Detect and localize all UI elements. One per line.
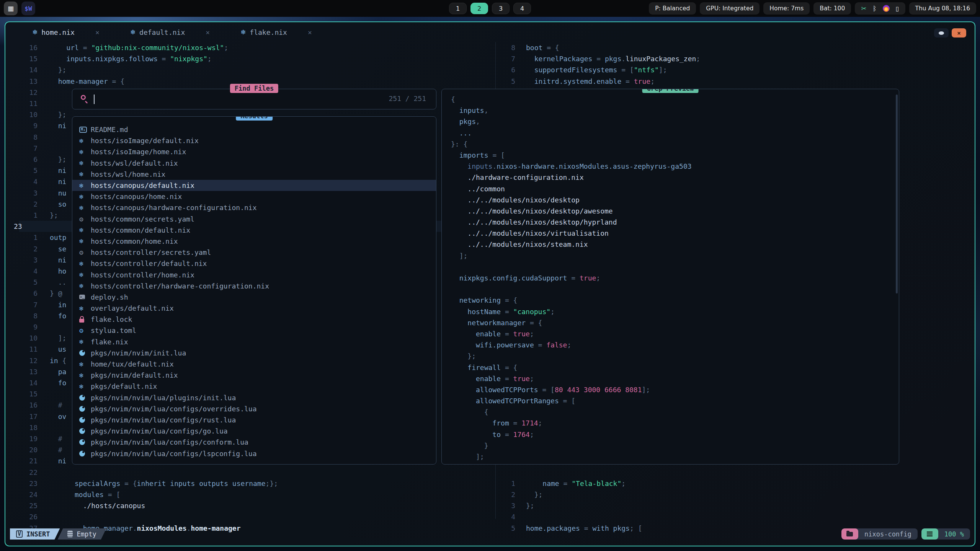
code-line[interactable]: inputs.nixpkgs.follows = "nixpkgs"; (50, 53, 212, 64)
code-line[interactable]: ]; (50, 333, 66, 344)
workspace-3-button[interactable]: 3 (492, 3, 510, 14)
result-item[interactable]: M↓README.md (72, 124, 436, 135)
toggle-visibility-button[interactable] (934, 28, 949, 37)
tab-close-icon[interactable]: × (308, 28, 312, 36)
code-line[interactable]: nu (50, 187, 66, 199)
code-line[interactable]: pa (50, 366, 66, 377)
code-line[interactable]: so (50, 199, 66, 210)
result-item[interactable]: ❄overlays/default.nix (72, 303, 436, 314)
result-item[interactable]: pkgs/nvim/nvim/lua/configs/conform.lua (72, 437, 436, 448)
code-line[interactable]: home-manager = { (50, 76, 124, 87)
code-line[interactable]: se (50, 243, 66, 254)
clock-pill[interactable]: Thu Aug 08, 18:16 (909, 2, 976, 15)
code-line[interactable]: .. (50, 277, 66, 288)
code-line[interactable]: outp (50, 232, 66, 243)
tab-home-nix[interactable]: ❄ home.nix × (32, 28, 100, 36)
result-item[interactable]: ❄hosts/canopus/hardware-configuration.ni… (72, 202, 436, 213)
code-line[interactable]: boot = { (526, 42, 559, 53)
nix-file-icon: ❄ (79, 159, 91, 167)
result-item[interactable]: ❄hosts/common/home.nix (72, 236, 436, 247)
result-item[interactable]: ⚙hosts/common/secrets.yaml (72, 214, 436, 225)
phone-icon[interactable]: ▯ (896, 5, 899, 12)
ping-pill[interactable]: Home: 7ms (763, 2, 810, 15)
result-item[interactable]: ❄hosts/wsl/home.nix (72, 169, 436, 180)
preview-scrollbar[interactable] (896, 95, 898, 293)
code-line[interactable]: }; (50, 109, 66, 120)
lines-icon (927, 531, 933, 536)
result-item[interactable]: ⚙stylua.toml (72, 325, 436, 336)
code-line[interactable]: fo (50, 377, 66, 388)
code-line[interactable]: ni (50, 176, 66, 187)
gpu-mode-pill[interactable]: GPU: Integrated (700, 2, 760, 15)
result-item[interactable]: ❄hosts/canopus/default.nix (72, 180, 436, 191)
code-line[interactable]: ni (50, 254, 66, 266)
vpn-flame-icon[interactable] (883, 5, 890, 12)
result-item[interactable]: pkgs/nvim/nvim/lua/configs/rust.lua (72, 414, 436, 425)
workspace-2-button[interactable]: 2 (470, 3, 488, 14)
result-item[interactable]: ❄hosts/isoImage/home.nix (72, 146, 436, 157)
result-item[interactable]: ❄flake.nix (72, 336, 436, 347)
logo-button[interactable]: $W (21, 2, 35, 15)
power-profile-pill[interactable]: P: Balanced (649, 2, 696, 15)
code-line[interactable]: in { (50, 355, 66, 366)
code-line[interactable]: }; (526, 489, 542, 500)
result-item[interactable]: ❄hosts/isoImage/default.nix (72, 135, 436, 146)
tab-close-icon[interactable]: × (206, 28, 210, 36)
code-line[interactable]: modules = [ (50, 489, 120, 500)
result-item[interactable]: pkgs/nvim/nvim/lua/configs/go.lua (72, 425, 436, 437)
result-item[interactable]: ❄hosts/canopus/home.nix (72, 191, 436, 202)
code-line[interactable]: ho (50, 266, 66, 277)
code-line[interactable]: initrd.systemd.enable = true; (526, 76, 655, 87)
tab-flake-nix[interactable]: ❄ flake.nix × (240, 28, 312, 36)
app-launcher-button[interactable]: ▦ (4, 2, 18, 15)
result-item[interactable]: pkgs/nvim/nvim/init.lua (72, 347, 436, 359)
preview-code-line: from = 1714; (451, 417, 899, 429)
code-line[interactable]: specialArgs = {inherit inputs outputs us… (50, 478, 278, 489)
code-line[interactable]: ni (50, 120, 66, 131)
find-files-prompt[interactable]: Find Files 251 / 251 (72, 89, 436, 109)
bluetooth-icon[interactable]: ᛒ (873, 5, 877, 12)
code-line[interactable]: } @ (50, 288, 62, 299)
result-item[interactable]: ❄hosts/common/default.nix (72, 225, 436, 236)
result-item[interactable]: ❄pkgs/default.nix (72, 381, 436, 392)
code-line[interactable]: ./hosts/canopus (50, 500, 145, 511)
workspace-4-button[interactable]: 4 (513, 3, 531, 14)
code-line[interactable]: name = "Tela-black"; (526, 478, 626, 489)
code-line[interactable]: ni (50, 165, 66, 176)
result-item[interactable]: ❄hosts/wsl/default.nix (72, 158, 436, 169)
result-item[interactable]: flake.lock (72, 314, 436, 325)
code-line[interactable]: fo (50, 310, 66, 321)
code-line[interactable]: # (50, 399, 62, 411)
code-line[interactable]: supportedFilesystems = ["ntfs"]; (526, 64, 667, 75)
result-item[interactable]: pkgs/nvim/nvim/lua/configs/overrides.lua (72, 403, 436, 414)
code-line[interactable]: }; (526, 500, 534, 511)
code-line[interactable]: ni (50, 455, 66, 466)
result-filename: pkgs/nvim/nvim/lua/configs/overrides.lua (91, 405, 256, 413)
result-item[interactable]: ❄hosts/controller/default.nix (72, 258, 436, 269)
result-filename: hosts/wsl/default.nix (91, 159, 178, 167)
code-line[interactable]: # (50, 433, 62, 444)
result-item[interactable]: pkgs/nvim/nvim/lua/configs/lspconfig.lua (72, 448, 436, 459)
code-line[interactable]: }; (50, 64, 66, 75)
code-line[interactable]: kernelPackages = pkgs.linuxPackages_zen; (526, 53, 700, 64)
code-line[interactable]: url = "github:nix-community/nixos-wsl"; (50, 42, 228, 53)
result-item[interactable]: ❄home/tux/default.nix (72, 359, 436, 370)
result-item[interactable]: ❄hosts/controller/hardware-configuration… (72, 280, 436, 292)
code-line[interactable]: ov (50, 411, 66, 422)
code-line[interactable]: # (50, 444, 62, 455)
workspace-1-button[interactable]: 1 (449, 3, 467, 14)
result-item[interactable]: >_deploy.sh (72, 292, 436, 303)
battery-pill[interactable]: Bat: 100 (813, 2, 851, 15)
tab-default-nix[interactable]: ❄ default.nix × (130, 28, 210, 36)
tab-close-icon[interactable]: × (95, 28, 100, 36)
result-item[interactable]: pkgs/nvim/nvim/lua/plugins/init.lua (72, 392, 436, 403)
result-item[interactable]: ❄hosts/controller/home.nix (72, 269, 436, 280)
code-line[interactable]: in (50, 299, 66, 310)
result-item[interactable]: ⚙hosts/controller/secrets.yaml (72, 247, 436, 258)
code-line[interactable]: us (50, 344, 66, 355)
window-close-button[interactable]: × (952, 28, 966, 37)
network-icon[interactable]: ✂ (861, 5, 866, 12)
result-item[interactable]: ❄pkgs/nvim/default.nix (72, 370, 436, 381)
code-line[interactable]: }; (50, 210, 58, 221)
code-line[interactable]: }; (50, 154, 66, 165)
